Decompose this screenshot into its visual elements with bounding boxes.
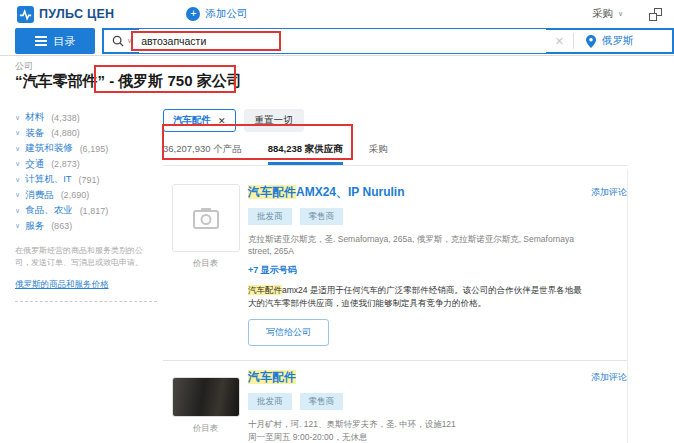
chevron-down-icon: ∨ xyxy=(15,176,20,184)
location-pin-icon xyxy=(586,35,596,48)
company-card-body: 添加评论 汽车配件AMX24、IP Nurulin 批发商 零售商 克拉斯诺亚尔… xyxy=(248,184,627,346)
hamburger-icon xyxy=(35,36,47,46)
logo-text: ПУЛЬС ЦЕН xyxy=(39,7,114,21)
tab-products[interactable]: 36,207,930 个产品 xyxy=(163,143,242,165)
search-input[interactable] xyxy=(139,29,546,53)
chevron-down-icon: ∨ xyxy=(618,10,623,18)
page-title-suffix: - 俄罗斯 750 家公司 xyxy=(105,72,242,89)
catalog-button[interactable]: 目录 xyxy=(15,28,95,54)
page: ПУЛЬС ЦЕН + 添加公司 采购 ∨ 目录 ∨ ✕ 俄罗斯 xyxy=(0,0,674,443)
photo-placeholder[interactable] xyxy=(172,184,240,252)
sidebar-item-services[interactable]: ∨服务(863) xyxy=(15,219,161,235)
top-bar: ПУЛЬС ЦЕН + 添加公司 采购 ∨ xyxy=(0,0,674,28)
apps-cube-icon[interactable] xyxy=(649,8,662,21)
region-label: 俄罗斯 xyxy=(602,34,634,48)
chevron-down-icon: ∨ xyxy=(15,129,20,137)
sidebar-item-computers-it[interactable]: ∨计算机、IT(791) xyxy=(15,172,161,188)
reset-all-chip[interactable]: 重置一切 xyxy=(244,109,304,132)
company-card-media: 价目表 xyxy=(163,369,248,443)
write-to-company-button[interactable]: 写信给公司 xyxy=(248,319,329,346)
remove-filter-icon[interactable]: ✕ xyxy=(218,116,226,126)
company-card-media: 价目表 xyxy=(163,184,248,346)
search-icon xyxy=(112,35,124,47)
clear-search-icon[interactable]: ✕ xyxy=(546,35,573,48)
divider xyxy=(0,55,674,56)
company-badges: 批发商 零售商 xyxy=(248,393,583,410)
chevron-down-icon: ∨ xyxy=(15,114,20,122)
company-badges: 批发商 零售商 xyxy=(248,208,583,225)
chevron-down-icon: ∨ xyxy=(15,207,20,215)
tab-procurement[interactable]: 采购 xyxy=(369,143,388,165)
chevron-down-icon: ∨ xyxy=(15,222,20,230)
company-address: 十月矿村，珂. 121、奥斯特罗夫齐，圣. 中环，设施121 xyxy=(248,419,583,431)
chevron-down-icon: ∨ xyxy=(15,160,20,168)
pulse-logo-icon xyxy=(17,6,34,23)
company-card: 价目表 添加评论 汽车配件 批发商 零售商 十月矿村，珂. 121、奥斯特罗夫齐… xyxy=(163,361,627,443)
retailer-badge: 零售商 xyxy=(300,393,344,410)
working-hours: 周一至周五 9:00-20:00，无休息 xyxy=(248,431,583,443)
catalog-button-label: 目录 xyxy=(54,34,76,49)
procurement-label: 采购 xyxy=(592,7,613,21)
price-list-label[interactable]: 价目表 xyxy=(163,258,248,270)
add-company-label: 添加公司 xyxy=(205,7,247,21)
sidebar-item-equipment[interactable]: ∨装备(4,880) xyxy=(15,126,161,142)
company-card-body: 添加评论 汽车配件 批发商 零售商 十月矿村，珂. 121、奥斯特罗夫齐，圣. … xyxy=(248,369,627,443)
chevron-down-icon: ∨ xyxy=(15,191,20,199)
tab-suppliers[interactable]: 884,238 家供应商 xyxy=(268,143,343,165)
company-description: 汽车配件amx24 是适用于任何汽车的广泛零部件经销商。该公司的合作伙伴是世界各… xyxy=(248,284,583,310)
camera-icon xyxy=(193,207,219,229)
show-phone-link[interactable]: +7 显示号码 xyxy=(248,264,583,277)
results-area: 汽车配件 ✕ 重置一切 36,207,930 个产品 884,238 家供应商 … xyxy=(163,109,627,443)
search-scope-selector[interactable]: ∨ xyxy=(104,35,139,47)
page-title-query: “汽车零部件” xyxy=(15,72,105,89)
active-filter-chip[interactable]: 汽车配件 ✕ xyxy=(163,109,236,132)
wholesaler-badge: 批发商 xyxy=(248,393,292,410)
plus-icon: + xyxy=(186,7,200,21)
result-tabs: 36,207,930 个产品 884,238 家供应商 采购 xyxy=(163,143,627,165)
add-review-link[interactable]: 添加评论 xyxy=(591,371,627,384)
sidebar-item-transport[interactable]: ∨交通(2,873) xyxy=(15,157,161,173)
sidebar-prices-link[interactable]: 俄罗斯的商品和服务价格 xyxy=(15,279,161,291)
search-bar: ∨ ✕ 俄罗斯 xyxy=(102,28,674,54)
company-title-link[interactable]: 汽车配件 xyxy=(248,369,583,386)
filter-chips: 汽车配件 ✕ 重置一切 xyxy=(163,109,627,132)
wholesaler-badge: 批发商 xyxy=(248,208,292,225)
sidebar-item-consumer-goods[interactable]: ∨消费品(2,690) xyxy=(15,188,161,204)
category-sidebar: ∨材料(4,338) ∨装备(4,880) ∨建筑和装修(6,195) ∨交通(… xyxy=(15,110,161,302)
chevron-down-icon: ∨ xyxy=(127,37,132,45)
chevron-down-icon: ∨ xyxy=(15,145,20,153)
company-card: 价目表 添加评论 汽车配件AMX24、IP Nurulin 批发商 零售商 克拉… xyxy=(163,166,627,346)
logo[interactable]: ПУЛЬС ЦЕН xyxy=(17,6,114,23)
add-review-link[interactable]: 添加评论 xyxy=(591,186,627,199)
procurement-menu[interactable]: 采购 ∨ xyxy=(592,7,623,21)
retailer-badge: 零售商 xyxy=(300,208,344,225)
price-list-label[interactable]: 价目表 xyxy=(163,423,248,435)
page-title: “汽车零部件” - 俄罗斯 750 家公司 xyxy=(15,72,242,91)
sidebar-item-materials[interactable]: ∨材料(4,338) xyxy=(15,110,161,126)
sidebar-note: 在俄罗斯经营的商品和服务类别的公司，发送订单、写消息或致电申请。 xyxy=(15,245,147,270)
sidebar-item-food-agriculture[interactable]: ∨食品、农业(1,817) xyxy=(15,203,161,219)
company-title-link[interactable]: 汽车配件AMX24、IP Nurulin xyxy=(248,184,583,201)
add-company-button[interactable]: + 添加公司 xyxy=(186,7,247,21)
company-photo[interactable] xyxy=(172,377,240,417)
region-selector[interactable]: 俄罗斯 xyxy=(574,34,672,48)
active-filter-label: 汽车配件 xyxy=(173,114,211,127)
divider xyxy=(627,170,628,443)
sidebar-item-construction[interactable]: ∨建筑和装修(6,195) xyxy=(15,141,161,157)
company-address: 克拉斯诺亚尔斯克，圣. Semafornaya, 265a, 俄罗斯，克拉斯诺亚… xyxy=(248,234,583,256)
top-bar-right: 采购 ∨ xyxy=(592,7,662,21)
divider xyxy=(15,301,157,302)
